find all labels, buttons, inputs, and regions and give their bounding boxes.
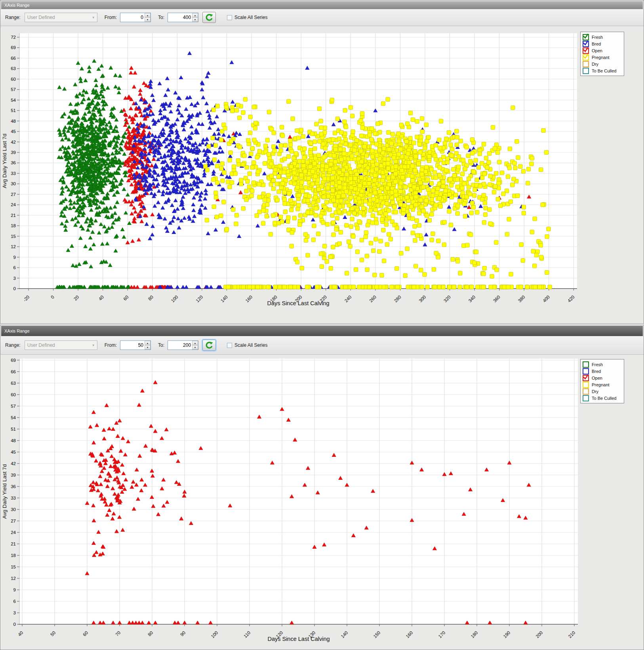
svg-text:150: 150: [372, 630, 381, 639]
range-dropdown-value: User Defined: [27, 342, 55, 348]
spin-down-icon[interactable]: ▼: [192, 17, 198, 22]
check-icon: [583, 374, 589, 380]
legend-item-bred[interactable]: Bred: [583, 368, 621, 374]
legend-item-pregnant[interactable]: Pregnant: [583, 54, 621, 61]
legend-item-to-be-culled[interactable]: To Be Culled: [583, 67, 621, 74]
svg-text:21: 21: [11, 542, 16, 546]
legend-label-open: Open: [592, 48, 602, 53]
legend-label-bred: Bred: [592, 42, 601, 46]
legend-item-pregnant[interactable]: Pregnant: [583, 381, 621, 388]
legend-item-bred[interactable]: Bred: [583, 40, 621, 47]
legend-item-dry[interactable]: Dry: [583, 61, 621, 67]
legend-checkbox-pregnant[interactable]: [583, 382, 589, 388]
spin-up-icon[interactable]: ▲: [145, 341, 151, 345]
panel-titlebar[interactable]: XAxis Range: [1, 1, 643, 9]
xaxis-range-toolbar: Range: User Defined ▼ From: ▲ ▼ To: ▲ ▼: [0, 9, 644, 26]
chevron-down-icon: ▼: [92, 344, 95, 347]
svg-text:18: 18: [11, 553, 16, 558]
legend-checkbox-to-be-culled[interactable]: [583, 395, 589, 401]
svg-text:Days Since Last Calving: Days Since Last Calving: [267, 300, 329, 306]
svg-text:400: 400: [542, 295, 551, 303]
svg-text:39: 39: [11, 473, 16, 477]
legend-checkbox-dry[interactable]: [583, 61, 589, 67]
svg-text:320: 320: [443, 295, 452, 303]
spin-up-icon[interactable]: ▲: [192, 13, 198, 17]
from-input[interactable]: [120, 341, 145, 350]
legend-label-bred: Bred: [592, 369, 601, 374]
svg-text:39: 39: [11, 150, 16, 155]
svg-text:70: 70: [114, 630, 122, 637]
svg-text:20: 20: [73, 295, 80, 302]
from-spinner: ▲ ▼: [120, 13, 151, 22]
check-icon: [583, 47, 589, 53]
range-dropdown[interactable]: User Defined ▼: [25, 340, 97, 350]
svg-text:45: 45: [11, 129, 16, 134]
legend-checkbox-fresh[interactable]: [583, 361, 589, 368]
spin-down-icon[interactable]: ▼: [192, 345, 198, 350]
to-spinner: ▲ ▼: [168, 13, 198, 22]
svg-text:24: 24: [11, 530, 16, 535]
svg-text:40: 40: [98, 295, 105, 302]
svg-text:66: 66: [11, 56, 16, 61]
legend-checkbox-pregnant[interactable]: [583, 54, 589, 61]
range-dropdown[interactable]: User Defined ▼: [25, 13, 97, 22]
xaxis-range-panel-top: XAxis Range Range: User Defined ▼ From: …: [0, 0, 644, 324]
chart-region: 0369121518212427303336394245485154576063…: [0, 355, 644, 650]
spin-up-icon[interactable]: ▲: [192, 341, 198, 345]
panel-titlebar[interactable]: XAxis Range: [1, 326, 643, 336]
from-input[interactable]: [120, 13, 145, 22]
svg-text:54: 54: [11, 98, 16, 103]
svg-text:50: 50: [50, 630, 57, 637]
svg-text:260: 260: [368, 295, 377, 303]
svg-text:80: 80: [147, 630, 154, 637]
svg-text:0: 0: [13, 286, 16, 291]
refresh-button[interactable]: [202, 12, 216, 23]
spin-down-icon[interactable]: ▼: [145, 345, 151, 350]
legend-checkbox-to-be-culled[interactable]: [583, 68, 589, 74]
legend-checkbox-open[interactable]: [583, 48, 589, 54]
svg-text:90: 90: [179, 630, 187, 637]
svg-text:18: 18: [11, 223, 16, 228]
spin-up-icon[interactable]: ▲: [145, 13, 151, 17]
legend-checkbox-bred[interactable]: [583, 41, 589, 47]
svg-text:27: 27: [11, 192, 16, 197]
legend-item-dry[interactable]: Dry: [583, 388, 621, 395]
legend-checkbox-fresh[interactable]: [583, 34, 589, 40]
scale-all-series-checkbox[interactable]: Scale All Series: [227, 15, 267, 20]
svg-text:3: 3: [13, 276, 16, 281]
svg-text:57: 57: [11, 87, 16, 92]
refresh-icon: [205, 341, 213, 349]
svg-text:30: 30: [11, 507, 16, 512]
legend-item-fresh[interactable]: Fresh: [583, 361, 621, 368]
svg-text:6: 6: [13, 599, 16, 604]
legend-label-dry: Dry: [592, 389, 598, 394]
to-input[interactable]: [168, 341, 192, 350]
svg-text:57: 57: [11, 404, 16, 409]
legend-item-open[interactable]: Open: [583, 374, 621, 381]
legend-checkbox-open[interactable]: [583, 375, 589, 381]
svg-text:36: 36: [11, 160, 16, 165]
panel-title: XAxis Range: [4, 3, 30, 8]
scatter-chart: 0369121518212427303336394245485154576063…: [0, 355, 644, 650]
refresh-button[interactable]: [202, 340, 216, 351]
svg-text:160: 160: [244, 295, 253, 303]
svg-text:-20: -20: [22, 295, 30, 302]
svg-text:280: 280: [393, 295, 402, 303]
check-icon: [583, 40, 589, 46]
svg-text:60: 60: [122, 295, 130, 302]
svg-text:69: 69: [11, 358, 16, 363]
legend-item-fresh[interactable]: Fresh: [583, 34, 621, 40]
scale-all-series-checkbox[interactable]: Scale All Series: [227, 342, 267, 348]
legend-checkbox-dry[interactable]: [583, 388, 589, 395]
spin-down-icon[interactable]: ▼: [145, 17, 151, 22]
chart-region: 0369121518212427303336394245485154576063…: [0, 26, 644, 324]
svg-text:54: 54: [11, 415, 16, 420]
legend-item-open[interactable]: Open: [583, 47, 621, 54]
legend-item-to-be-culled[interactable]: To Be Culled: [583, 395, 621, 401]
svg-text:45: 45: [11, 450, 16, 454]
chart-legend: FreshBredOpenPregnantDryTo Be Culled: [580, 32, 624, 76]
to-label: To:: [158, 342, 164, 348]
svg-text:120: 120: [195, 295, 204, 303]
legend-checkbox-bred[interactable]: [583, 368, 589, 374]
to-input[interactable]: [168, 13, 192, 22]
